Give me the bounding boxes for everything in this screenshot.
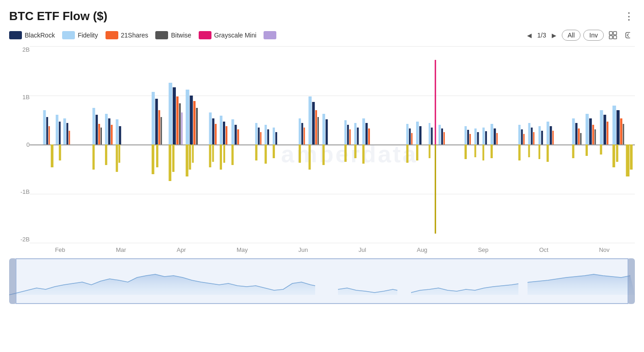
- svg-rect-12: [66, 123, 68, 144]
- main-chart-area: 2B 1B 0 -1B -2B amberdata: [9, 46, 635, 256]
- svg-rect-151: [620, 118, 623, 144]
- svg-rect-127: [531, 128, 533, 144]
- svg-rect-41: [196, 108, 198, 144]
- svg-rect-52: [220, 116, 222, 144]
- svg-rect-25: [92, 144, 95, 170]
- mini-handle-right[interactable]: [628, 258, 635, 304]
- svg-rect-88: [354, 123, 357, 144]
- chart-title: BTC ETF Flow ($): [9, 9, 107, 23]
- svg-rect-136: [538, 144, 540, 159]
- y-label-neg2b: -2B: [9, 236, 30, 243]
- svg-rect-46: [186, 144, 189, 176]
- svg-rect-13: [69, 131, 70, 144]
- svg-rect-142: [586, 114, 589, 144]
- svg-rect-138: [572, 118, 575, 144]
- chart-container: BTC ETF Flow ($) ⋮ BlackRock Fidelity 21…: [0, 0, 644, 352]
- svg-rect-45: [172, 144, 174, 172]
- svg-rect-31: [158, 110, 160, 144]
- svg-rect-131: [547, 122, 549, 144]
- svg-rect-140: [578, 128, 580, 144]
- svg-rect-7: [46, 117, 48, 144]
- svg-rect-134: [518, 144, 521, 160]
- prev-page-button[interactable]: ◀: [524, 30, 534, 40]
- svg-rect-126: [528, 123, 530, 144]
- purple-swatch: [264, 31, 276, 39]
- blackrock-swatch: [9, 31, 22, 39]
- svg-rect-65: [260, 132, 261, 144]
- svg-rect-70: [255, 144, 258, 160]
- svg-rect-128: [533, 132, 534, 144]
- svg-rect-144: [592, 125, 594, 144]
- svg-rect-71: [264, 144, 267, 164]
- legend-item-grayscale: Grayscale Mini: [199, 31, 257, 39]
- bitwise-swatch: [155, 31, 168, 39]
- svg-rect-18: [98, 124, 100, 144]
- svg-rect-57: [237, 129, 239, 144]
- expand-icon: [608, 31, 618, 40]
- x-label-may: May: [237, 246, 248, 253]
- legend-item-purple: [264, 31, 279, 39]
- svg-rect-106: [406, 144, 408, 163]
- x-label-jun: Jun: [298, 246, 308, 253]
- svg-rect-80: [322, 114, 325, 144]
- svg-rect-116: [491, 124, 493, 144]
- x-label-oct: Oct: [539, 246, 548, 253]
- svg-rect-101: [429, 123, 431, 144]
- 21shares-swatch: [106, 31, 118, 39]
- next-page-button[interactable]: ▶: [549, 30, 559, 40]
- svg-rect-86: [347, 125, 349, 144]
- svg-rect-22: [111, 125, 113, 144]
- svg-rect-94: [354, 144, 357, 158]
- svg-rect-63: [255, 123, 258, 144]
- svg-rect-98: [411, 133, 412, 144]
- svg-rect-117: [494, 128, 496, 144]
- svg-rect-87: [349, 129, 351, 144]
- pagination-area: ◀ 1/3 ▶ All Inv: [524, 29, 635, 42]
- svg-rect-14: [51, 144, 53, 167]
- y-label-2b: 2B: [9, 46, 30, 53]
- svg-rect-24: [119, 126, 121, 144]
- svg-rect-9: [56, 115, 58, 144]
- svg-rect-139: [575, 123, 577, 144]
- svg-rect-96: [406, 124, 408, 144]
- svg-rect-30: [155, 99, 158, 144]
- x-axis: Feb Mar Apr May Jun Jul Aug Sep Oct Nov: [30, 243, 635, 256]
- mini-chart[interactable]: [9, 258, 635, 304]
- expand-button[interactable]: [607, 29, 619, 42]
- svg-rect-17: [95, 115, 98, 144]
- svg-rect-36: [179, 103, 181, 144]
- svg-rect-72: [273, 144, 275, 158]
- legend-item-fidelity: Fidelity: [62, 31, 98, 39]
- all-button[interactable]: All: [562, 30, 581, 41]
- grayscale-label: Grayscale Mini: [214, 32, 257, 39]
- svg-rect-16: [92, 108, 95, 144]
- svg-rect-6: [43, 110, 46, 144]
- inv-button[interactable]: Inv: [583, 30, 604, 41]
- x-label-sep: Sep: [478, 246, 488, 253]
- bars-area: [30, 46, 635, 243]
- svg-rect-54: [226, 126, 227, 144]
- svg-rect-43: [156, 144, 158, 167]
- svg-rect-93: [344, 144, 347, 162]
- mini-handle-left[interactable]: [9, 258, 16, 304]
- x-label-aug: Aug: [417, 246, 427, 253]
- svg-rect-44: [169, 144, 171, 181]
- back-button[interactable]: [622, 29, 635, 42]
- svg-rect-162: [518, 258, 528, 304]
- svg-rect-75: [304, 128, 305, 144]
- svg-rect-129: [538, 126, 541, 144]
- svg-rect-120: [475, 144, 476, 157]
- svg-rect-125: [523, 134, 525, 144]
- svg-rect-104: [441, 128, 443, 144]
- svg-rect-20: [105, 114, 108, 144]
- menu-button[interactable]: ⋮: [624, 11, 635, 22]
- svg-rect-42: [152, 144, 154, 174]
- svg-rect-90: [362, 118, 365, 144]
- svg-rect-122: [491, 144, 493, 158]
- svg-rect-81: [326, 119, 328, 144]
- svg-rect-157: [616, 144, 618, 162]
- svg-rect-145: [595, 129, 596, 144]
- svg-rect-135: [528, 144, 530, 157]
- back-icon: [624, 31, 633, 40]
- svg-rect-141: [580, 133, 581, 144]
